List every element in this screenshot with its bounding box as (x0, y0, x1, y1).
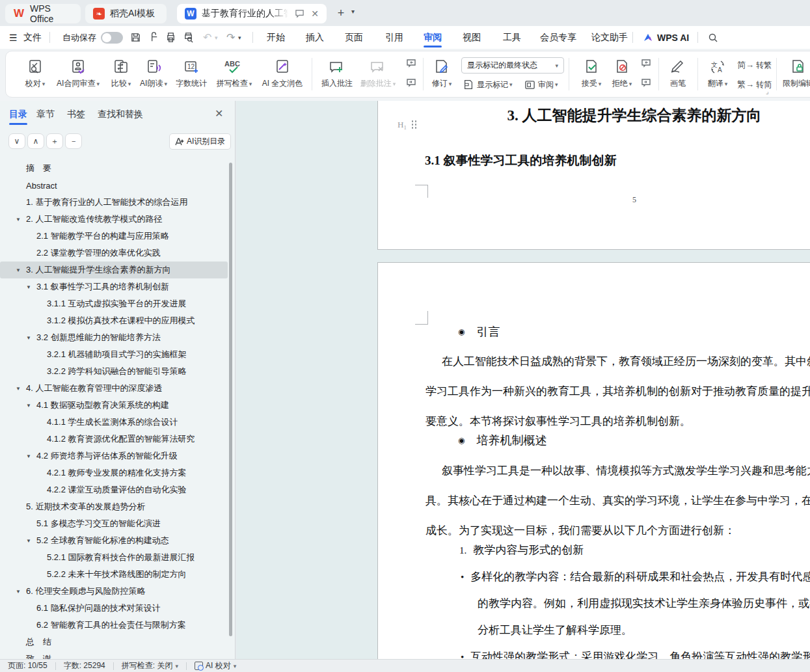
tab-docer-templates[interactable]: ❧ 稻壳AI模板 (85, 4, 167, 23)
document-canvas[interactable]: H₁ 3. 人工智能提升学生综合素养的新方向 3.1 叙事性学习工具的培养机制创… (236, 101, 810, 659)
ai-read-aloud-button[interactable]: AI朗读▾ (132, 56, 175, 89)
toc-expand-arrow[interactable]: ▼ (13, 386, 23, 392)
autosave-toggle[interactable] (101, 26, 123, 49)
toc-item[interactable]: 4.1.1 学生成长监测体系的综合设计 (0, 414, 228, 431)
toc-item[interactable]: 6.1 隐私保护问题的技术对策设计 (0, 600, 228, 617)
redo-icon[interactable]: ↷ (226, 26, 235, 49)
toc-item[interactable]: 5. 近期技术变革的发展趋势分析 (0, 498, 228, 515)
sidebar-scrollbar[interactable] (229, 163, 232, 636)
toc-item[interactable]: ▼3. 人工智能提升学生综合素养的新方向 (0, 262, 228, 278)
toc-item[interactable]: 总 结 (0, 634, 228, 651)
toc-expand-arrow[interactable]: ▼ (13, 267, 23, 273)
undo-icon[interactable]: ↶ (203, 26, 211, 49)
menu-tab-home[interactable]: 开始 (264, 26, 288, 49)
document-page-6[interactable]: ◉引言在人工智能技术日益成熟的背景下，教育领域正经历一场深刻的变革。其中叙事学习… (377, 262, 810, 659)
toc-expand-all-button[interactable]: ＋ (46, 133, 63, 149)
toc-expand-arrow[interactable]: ▼ (23, 335, 34, 341)
close-tab-icon[interactable]: ✕ (311, 8, 319, 19)
toc-item[interactable]: 4.2.1 教师专业发展的精准化支持方案 (0, 464, 228, 481)
new-tab-button[interactable]: + (333, 5, 349, 21)
status-spell-check[interactable]: 拼写检查: 关闭▾ (114, 660, 186, 671)
ai-contract-review-button[interactable]: AI合同审查▾ (49, 56, 107, 89)
menu-tab-page[interactable]: 页面 (342, 26, 366, 49)
toc-item[interactable]: 5.1 多模态学习交互的智能化演进 (0, 515, 228, 532)
toc-item[interactable]: ▼2. 人工智能改造传统教学模式的路径 (0, 211, 228, 228)
toc-item[interactable]: 2.2 课堂教学管理的效率优化实践 (0, 245, 228, 262)
menu-tab-wps-ai[interactable]: WPS AI (643, 26, 689, 49)
toc-item[interactable]: 3.1.2 模拟仿真技术在课程中的应用模式 (0, 312, 228, 329)
search-icon[interactable] (708, 26, 718, 49)
toc-expand-arrow[interactable]: ▼ (23, 284, 34, 290)
markup-state-dropdown[interactable]: 显示标记的最终状态▾ (461, 57, 564, 74)
sidebar-tab-find-replace[interactable]: 查找和替换 (98, 106, 143, 123)
restrict-editing-button[interactable]: 限制编辑 (779, 56, 810, 89)
toc-item[interactable]: ▼5.2 全球教育智能化标准的构建动态 (0, 532, 228, 549)
print-icon[interactable] (165, 26, 176, 49)
next-comment-icon[interactable] (404, 76, 418, 89)
review-pane-button[interactable]: 审阅▾ (524, 77, 558, 92)
file-menu[interactable]: 文件 (23, 26, 42, 49)
toc-item[interactable]: 6.2 智能教育工具的社会责任与限制方案 (0, 617, 228, 634)
toc-expand-arrow[interactable]: ▼ (23, 538, 34, 544)
redo-chevron-icon[interactable]: ▾ (238, 26, 241, 49)
tab-list-chevron-icon[interactable]: ▾ (351, 8, 355, 15)
toc-item[interactable]: 1. 基于教育行业的人工智能技术的综合运用 (0, 194, 228, 211)
toc-item[interactable]: 4.1.2 教育资源优化配置的智能算法研究 (0, 431, 228, 448)
next-change-icon[interactable] (639, 76, 653, 89)
document-page-5[interactable]: H₁ 3. 人工智能提升学生综合素养的新方向 3.1 叙事性学习工具的培养机制创… (377, 101, 810, 250)
toc-expand-arrow[interactable]: ▼ (23, 453, 34, 459)
accept-change-button[interactable]: 接受▾ (576, 56, 607, 89)
proofread-button[interactable]: 校对▾ (17, 56, 53, 89)
export-pdf-icon[interactable] (148, 26, 159, 49)
sidebar-close-icon[interactable]: ✕ (215, 107, 223, 120)
status-ai-proofread[interactable]: AI 校对▾ (187, 660, 244, 671)
toc-item[interactable]: 摘 要 (0, 160, 228, 177)
sidebar-tab-bookmarks[interactable]: 书签 (67, 106, 85, 123)
toc-item[interactable]: 2.1 智能教学平台的构建与应用策略 (0, 228, 228, 245)
sidebar-tab-contents[interactable]: 目录 (9, 106, 27, 123)
toc-item[interactable]: 致 谢 (0, 651, 228, 659)
reject-change-button[interactable]: 拒绝▾ (606, 56, 638, 89)
word-count-button[interactable]: 12 字数统计 (171, 56, 211, 89)
previous-change-icon[interactable] (639, 57, 653, 70)
ai-recognize-toc-button[interactable]: AI识别目录 (169, 133, 231, 150)
translate-button[interactable]: 文A 翻译▾ (702, 56, 733, 89)
toc-expand-arrow[interactable]: ▼ (13, 589, 23, 595)
toc-item[interactable]: ▼3.1 叙事性学习工具的培养机制创新 (0, 278, 228, 295)
to-traditional-button[interactable]: 简→ 转繁 (737, 58, 772, 72)
tab-document[interactable]: W 基于教育行业的人工智能技术 ✕ (177, 4, 327, 23)
toc-jump-up-button[interactable]: ∧ (27, 133, 44, 149)
tab-wps-office[interactable]: W WPS Office (5, 4, 81, 23)
insert-comment-button[interactable]: 插入批注 (317, 56, 357, 89)
menu-tab-paper-helper[interactable]: 论文助手 (589, 26, 630, 49)
toc-item[interactable]: ▼6. 伦理安全顾虑与风险防控策略 (0, 583, 228, 600)
previous-comment-icon[interactable] (404, 57, 418, 70)
toc-expand-arrow[interactable]: ▼ (23, 403, 34, 409)
toc-item[interactable]: 4.2.2 课堂互动质量评估的自动化实验 (0, 481, 228, 498)
ai-polish-button[interactable]: AI 全文润色 (254, 56, 311, 89)
comment-bubble-icon[interactable] (295, 9, 304, 18)
status-page-indicator[interactable]: 页面: 10/55 (0, 660, 55, 671)
menu-tab-insert[interactable]: 插入 (303, 26, 327, 49)
toc-item[interactable]: 5.2.1 国际教育科技合作的最新进展汇报 (0, 549, 228, 566)
hamburger-menu-icon[interactable]: ☰ (9, 26, 18, 49)
toc-item[interactable]: 3.1.1 互动式虚拟实验平台的开发进展 (0, 295, 228, 312)
menu-tab-reference[interactable]: 引用 (383, 26, 406, 49)
menu-tab-tools[interactable]: 工具 (500, 26, 524, 49)
toc-item[interactable]: ▼3.2 创新思维能力的智能培养方法 (0, 329, 228, 346)
toc-item[interactable]: ▼4.1 数据驱动型教育决策系统的构建 (0, 397, 228, 414)
undo-chevron-icon[interactable]: ▾ (215, 26, 218, 49)
sidebar-tab-chapters[interactable]: 章节 (36, 106, 55, 123)
toc-item[interactable]: 3.2.2 跨学科知识融合的智能引导策略 (0, 363, 228, 380)
group-expand-icon[interactable]: ⌟ (766, 88, 769, 95)
print-preview-icon[interactable] (183, 26, 194, 49)
status-word-count[interactable]: 字数: 25294 (56, 660, 113, 671)
toc-item[interactable]: 3.2.1 机器辅助项目式学习的实施框架 (0, 346, 228, 363)
toc-item[interactable]: Abstract (0, 177, 228, 194)
track-changes-button[interactable]: 修订▾ (427, 56, 456, 89)
save-icon[interactable] (130, 26, 141, 49)
toc-item[interactable]: 5.2.2 未来十年技术路线图的制定方向 (0, 566, 228, 583)
toc-collapse-all-button[interactable]: － (65, 133, 82, 149)
toc-jump-down-button[interactable]: ∨ (8, 133, 25, 149)
menu-tab-membership[interactable]: 会员专享 (537, 26, 579, 49)
